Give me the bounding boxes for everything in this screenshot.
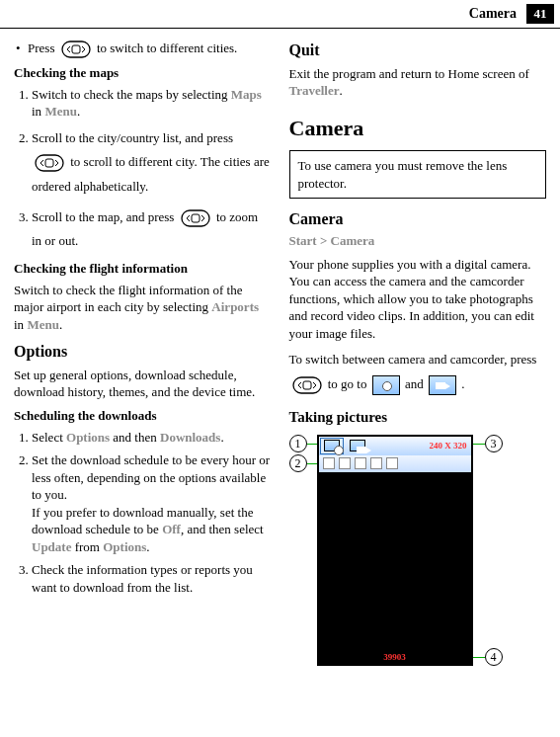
header-section: Camera [469, 5, 517, 24]
ui-term-maps: Maps [231, 87, 262, 102]
text: . [220, 430, 223, 445]
callout-3: 3 [485, 435, 503, 452]
text: . [59, 317, 62, 332]
camera-toolbar [319, 455, 471, 472]
camera-tab-video [346, 438, 369, 454]
text: Set the download schedule to be every ho… [32, 452, 270, 502]
page-number: 41 [526, 4, 554, 24]
breadcrumb: Start > Camera [289, 232, 547, 250]
text: Scroll to the map, and press [32, 209, 178, 224]
callout-2: 2 [289, 454, 307, 472]
paragraph: Exit the program and return to Home scre… [289, 65, 547, 100]
camera-mode-icon [372, 375, 400, 395]
paragraph: Your phone supplies you with a digital c… [289, 256, 547, 343]
paragraph: Switch to check the flight information o… [14, 282, 272, 334]
toolbar-icon [339, 457, 351, 469]
ui-term-options: Options [66, 430, 110, 445]
breadcrumb-sep: > [317, 233, 331, 248]
ui-term-options: Options [103, 539, 146, 554]
svg-rect-6 [293, 377, 321, 393]
breadcrumb-start: Start [289, 233, 317, 248]
camera-viewfinder [319, 472, 471, 650]
text: in [14, 317, 27, 332]
list-item: Set the download schedule to be every ho… [32, 451, 272, 555]
svg-rect-5 [192, 214, 200, 222]
list-item: Switch to check the maps by selecting Ma… [32, 86, 272, 121]
subheading-scheduling: Scheduling the downloads [14, 407, 272, 425]
text: Select [32, 430, 66, 445]
subheading-checking-maps: Checking the maps [14, 64, 272, 82]
camera-diagram: 1 2 3 4 240 X 320 [317, 435, 524, 666]
ui-term-menu: Menu [27, 317, 59, 332]
camera-icon [324, 440, 340, 451]
text: . [340, 83, 343, 98]
camera-screen: 240 X 320 39903 [317, 435, 473, 666]
svg-rect-1 [72, 45, 80, 53]
list-item: Check the information types or reports y… [32, 561, 272, 596]
svg-rect-2 [36, 155, 63, 171]
callout-1: 1 [289, 435, 307, 452]
ui-term-menu: Menu [44, 104, 77, 119]
ui-term-downloads: Downloads [160, 430, 220, 445]
heading-options: Options [14, 341, 272, 363]
paragraph: To switch between camera and camcorder, … [289, 348, 547, 396]
text: and then [110, 430, 160, 445]
list-item: Select Options and then Downloads. [32, 429, 272, 447]
list-item: Scroll to the map, and press to zoom in … [32, 205, 272, 254]
subheading-checking-flight: Checking the flight information [14, 260, 272, 278]
camera-mode-tabs: 240 X 320 [319, 437, 471, 455]
text: in [32, 104, 44, 119]
text: Press [28, 41, 58, 55]
text: . [461, 376, 464, 391]
nav-key-icon [61, 41, 91, 58]
toolbar-icon [386, 457, 398, 469]
heading-quit: Quit [289, 40, 547, 61]
svg-rect-7 [303, 381, 311, 389]
text: . [146, 539, 149, 554]
text: to scroll to different city. The cities … [32, 154, 270, 194]
svg-rect-0 [62, 41, 90, 57]
nav-key-icon [292, 376, 322, 394]
toolbar-icon [370, 457, 382, 469]
ui-term-update: Update [32, 539, 71, 554]
text: Exit the program and return to Home scre… [289, 66, 529, 81]
svg-rect-4 [182, 210, 209, 226]
ui-term-airports: Airports [211, 299, 259, 314]
heading-camera-sub: Camera [289, 208, 547, 230]
heading-taking-pictures: Taking pictures [289, 407, 547, 427]
list-item: Press to switch to different cities. [28, 40, 272, 58]
header-rule [0, 28, 560, 29]
left-column: Press to switch to different cities. Che… [14, 40, 272, 729]
text: and [405, 376, 427, 391]
text: Switch to check the maps by selecting [32, 87, 231, 102]
svg-rect-3 [45, 159, 53, 167]
ui-term-traveller: Traveller [289, 83, 340, 98]
camcorder-mode-icon [429, 375, 456, 395]
text: . [77, 104, 80, 119]
camera-counter: 39903 [319, 650, 471, 664]
list-item: Scroll to the city/country list, and pre… [32, 126, 272, 200]
text: to go to [328, 376, 370, 391]
toolbar-icon [323, 457, 335, 469]
heading-camera-main: Camera [289, 114, 547, 143]
text: from [71, 539, 103, 554]
text: , and then select [181, 522, 264, 536]
camera-resolution: 240 X 320 [430, 440, 467, 451]
nav-key-icon [35, 154, 64, 172]
text: Switch to check the flight information o… [14, 283, 242, 315]
breadcrumb-camera: Camera [331, 233, 375, 248]
callout-4: 4 [485, 648, 503, 666]
page-header: Camera 41 [469, 4, 560, 24]
toolbar-icon [355, 457, 366, 469]
ui-term-off: Off [162, 522, 181, 536]
paragraph: Set up general options, download schedul… [14, 367, 272, 401]
text: to switch to different cities. [97, 41, 237, 55]
notice-box: To use camera you must remove the lens p… [289, 150, 547, 199]
nav-key-icon [181, 209, 210, 227]
text: To switch between camera and camcorder, … [289, 352, 537, 367]
text: Scroll to the city/country list, and pre… [32, 130, 233, 145]
camcorder-icon [350, 440, 365, 451]
right-column: Quit Exit the program and return to Home… [289, 40, 547, 729]
camera-tab-photo [320, 438, 344, 454]
